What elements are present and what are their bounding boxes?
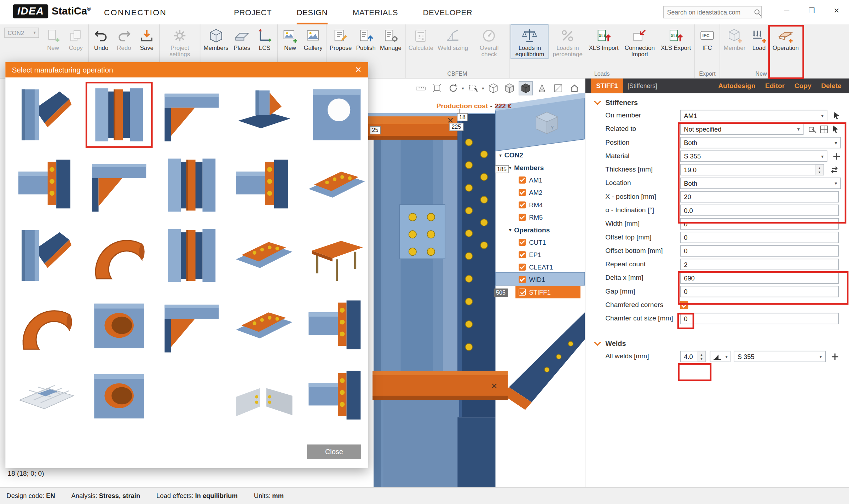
navigation-cube[interactable]: Y (534, 110, 560, 138)
ribbon-ifc-button[interactable]: IFCIFC (696, 24, 718, 53)
operation-thumbnail-25[interactable] (306, 366, 367, 426)
section-header-welds[interactable]: Welds (585, 337, 626, 349)
checkbox-wid1[interactable] (519, 276, 526, 283)
thickness-mm-spinner[interactable]: ▴▾ (815, 164, 824, 175)
shaded-view-icon[interactable] (519, 81, 533, 95)
search-input[interactable] (664, 9, 754, 15)
operation-thumbnail-1[interactable] (16, 85, 77, 144)
offset-bottom-mm-input[interactable]: 0 (680, 245, 838, 256)
delta-x-mm-input[interactable]: 690 (680, 272, 838, 284)
operation-thumbnail-21[interactable] (16, 366, 77, 426)
cursor-icon[interactable] (831, 124, 841, 134)
hidden-line-view-icon[interactable] (502, 81, 516, 95)
operation-thumbnail-18[interactable] (161, 296, 222, 355)
tree-item-am1[interactable]: AM1 (492, 174, 584, 186)
weld-type-select[interactable]: ▾ (710, 351, 730, 362)
operation-thumbnail-8[interactable] (161, 155, 222, 215)
operation-thumbnail-9[interactable] (234, 155, 294, 215)
operation-thumbnail-3[interactable] (161, 85, 222, 144)
operation-thumbnail-14[interactable] (234, 226, 294, 285)
all-welds-spinner[interactable]: ▴▾ (697, 351, 706, 362)
dialog-close-icon[interactable]: ✕ (355, 65, 362, 75)
operation-thumbnail-7[interactable] (89, 155, 149, 215)
on-member-select[interactable]: AM1▾ (680, 110, 827, 121)
checkbox-stiff1[interactable] (519, 289, 526, 296)
select-box-icon[interactable] (466, 81, 480, 95)
checkbox-rm4[interactable] (519, 201, 526, 208)
rotate-view-icon[interactable] (446, 81, 460, 95)
tree-item-am2[interactable]: AM2 (492, 186, 584, 199)
wireframe-view-icon[interactable] (486, 81, 501, 95)
operation-thumbnail-24[interactable] (234, 366, 294, 426)
tree-item-rm4[interactable]: RM4 (492, 199, 584, 211)
section-header-stiffeners[interactable]: Stiffeners (585, 96, 638, 108)
ribbon-xls-import-button[interactable]: XLSXLS Import (587, 24, 620, 53)
checkbox-am2[interactable] (519, 189, 526, 196)
operation-thumbnail-15[interactable] (306, 226, 367, 285)
material-select[interactable]: S 355▾ (680, 151, 827, 162)
operation-thumbnail-16[interactable] (16, 296, 77, 355)
operation-thumbnail-5[interactable] (306, 85, 367, 144)
minimize-button[interactable]: ─ (774, 0, 799, 21)
chamfered-corners-checkbox[interactable] (680, 301, 688, 309)
operation-thumbnail-6[interactable] (16, 155, 77, 215)
dialog-close-button[interactable]: Close (307, 445, 361, 459)
gap-mm-input[interactable]: 0 (680, 286, 838, 297)
checkbox-rm5[interactable] (519, 214, 526, 221)
operation-thumbnail-11[interactable] (16, 226, 77, 285)
ribbon-xls-export-button[interactable]: XLSXLS Export (659, 24, 693, 53)
operation-thumbnail-19[interactable] (234, 296, 294, 355)
search-box[interactable] (663, 6, 762, 18)
swap-icon[interactable] (830, 165, 839, 175)
tree-expand-icon[interactable]: ▾ (499, 152, 502, 158)
ribbon-manage-button[interactable]: Manage (378, 24, 404, 53)
chevron-down-icon[interactable]: ▾ (482, 86, 484, 91)
operation-thumbnail-13[interactable] (161, 226, 222, 285)
ribbon-save-button[interactable]: Save (135, 24, 158, 53)
close-window-button[interactable]: ✕ (824, 0, 849, 21)
cursor-icon[interactable] (832, 111, 842, 121)
section-plane-icon[interactable] (551, 81, 565, 95)
ribbon-load-button[interactable]: Load (747, 24, 770, 53)
ribbon-publish-button[interactable]: Publish (354, 24, 378, 53)
tree-group-operations[interactable]: ▾Operations (492, 224, 584, 236)
menu-developer[interactable]: DEVELOPER (423, 0, 472, 24)
position-select[interactable]: Both▾ (680, 137, 841, 148)
operation-thumbnail-20[interactable] (306, 296, 367, 355)
ribbon-gallery-button[interactable]: Gallery (301, 24, 325, 53)
operation-thumbnail-4[interactable] (234, 85, 294, 144)
menu-design[interactable]: DESIGN (296, 0, 328, 24)
checkbox-cleat1[interactable] (519, 263, 526, 271)
all-welds-input[interactable]: 4.0 (680, 351, 697, 362)
chamfer-cut-size-mm-input[interactable]: 0 (680, 313, 838, 324)
panel-action-copy[interactable]: Copy (795, 82, 812, 89)
operation-thumbnail-12[interactable] (89, 226, 149, 285)
panel-action-editor[interactable]: Editor (765, 82, 785, 89)
thickness-mm-input[interactable]: 19.0 (680, 164, 815, 175)
operation-thumbnail-17[interactable] (89, 296, 149, 355)
ribbon-loads-in-equilibrium-button[interactable]: Loads in equilibrium (511, 24, 549, 59)
panel-action-autodesign[interactable]: Autodesign (718, 82, 755, 89)
fit-view-icon[interactable] (430, 81, 444, 95)
tree-item-cleat1[interactable]: CLEAT1 (492, 261, 584, 273)
tree-item-wid1[interactable]: WID1 (492, 273, 584, 286)
related-to-select[interactable]: Not specified▾ (680, 123, 803, 135)
checkbox-ep1[interactable] (519, 251, 526, 258)
weld-material-select[interactable]: S 355▾ (734, 351, 826, 362)
maximize-button[interactable]: ❐ (799, 0, 824, 21)
ribbon-plates-button[interactable]: Plates (231, 24, 253, 53)
x-position-mm-input[interactable]: 20 (680, 191, 838, 202)
menu-materials[interactable]: MATERIALS (353, 0, 398, 24)
home-view-icon[interactable] (567, 81, 582, 95)
menu-project[interactable]: PROJECT (234, 0, 272, 24)
tree-expand-icon[interactable]: ▾ (509, 227, 512, 232)
operation-thumbnail-10[interactable] (306, 155, 367, 215)
tree-item-cut1[interactable]: CUT1 (492, 236, 584, 248)
tree-expand-icon[interactable]: ▾ (509, 165, 512, 170)
pick-plate-icon[interactable] (808, 124, 818, 134)
plus-icon[interactable] (832, 152, 842, 162)
location-select[interactable]: Both▾ (680, 178, 841, 189)
ribbon-propose-button[interactable]: Propose (328, 24, 354, 53)
panel-action-delete[interactable]: Delete (821, 82, 841, 89)
measure-icon[interactable] (414, 81, 428, 95)
